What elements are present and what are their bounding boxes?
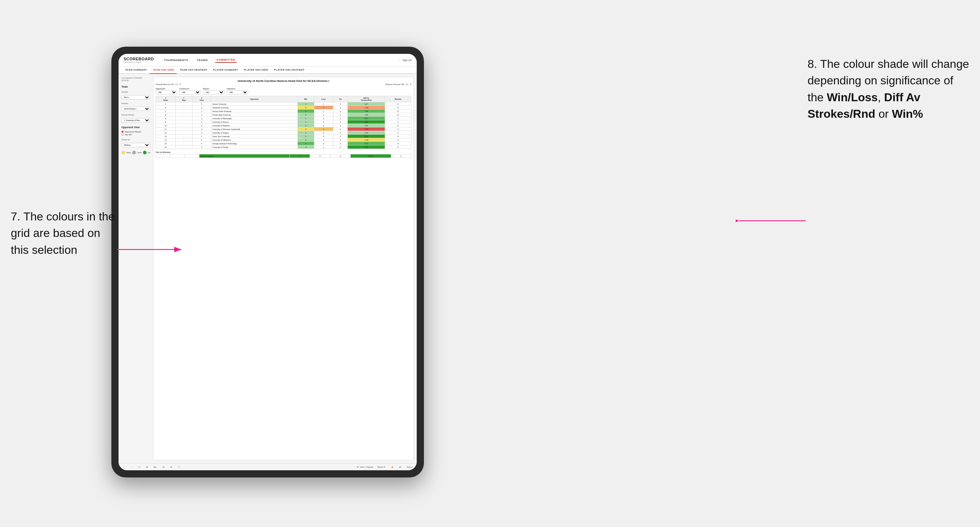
toolbar-grid-add[interactable]: ⊞ — [145, 465, 150, 469]
colour-legend: Down Level Up — [121, 151, 150, 154]
out-of-division-table: NCAA Division II 1 0 0 26.00 3 — [156, 154, 411, 158]
cell-conf: 1 — [192, 110, 211, 113]
toolbar-minus[interactable]: ⊟ — [161, 465, 166, 469]
cell-tie: 0 — [333, 102, 347, 106]
toolbar-reset[interactable]: ↩ — [137, 465, 142, 469]
ood-opponent: NCAA Division II — [199, 154, 290, 158]
radio-opponents-played[interactable]: Opponents Played — [121, 131, 150, 133]
toolbar-redo[interactable]: → — [129, 465, 134, 469]
cell-tie: 0 — [333, 117, 347, 120]
col-rounds: Rounds — [385, 96, 411, 102]
table-row: 4 - 1 Arizona State University 5 1 0 2.2… — [156, 110, 411, 113]
opponents-filter-select[interactable]: (All) — [156, 90, 177, 94]
toolbar-share[interactable]: Share — [405, 465, 414, 469]
tab-player-summary[interactable]: PLAYER SUMMARY — [210, 67, 241, 74]
cell-conf: 4 — [192, 142, 211, 145]
division-select[interactable]: NCAA Division I — [121, 106, 150, 111]
col-rank: #Rank — [156, 96, 176, 102]
cell-opponent: Arizona State University — [211, 110, 298, 113]
toolbar-thumbsup[interactable]: 👍 — [390, 465, 395, 469]
cell-win: 3 — [298, 145, 314, 149]
cell-opponent: Vanderbilt University — [211, 106, 298, 110]
ood-rank — [156, 154, 170, 158]
gender-select[interactable]: Men's — [121, 95, 150, 100]
conference-filter-label: Conference — [179, 87, 201, 90]
cell-win: 2 — [298, 138, 314, 142]
col-opponent: Opponent — [211, 96, 298, 102]
cell-tie: 0 — [333, 110, 347, 113]
cell-tie: 0 — [333, 142, 347, 145]
tab-team-summary[interactable]: TEAM SUMMARY — [122, 67, 150, 74]
cell-rounds: 9 — [385, 138, 411, 142]
bold-winloss: Win/Loss — [827, 91, 878, 104]
grid-title: University of North Carolina Head-to-Hea… — [156, 79, 411, 83]
col-diff: Diff AvStrokes/Rnd — [348, 96, 385, 102]
toolbar-circle-plus[interactable]: ⊕ — [169, 465, 173, 469]
table-row: 15 - 4 Georgia Institute of Technology 5… — [156, 142, 411, 145]
cell-diff: 3.67 — [348, 117, 385, 120]
cell-rank: 10 — [156, 124, 176, 127]
nav-committee[interactable]: COMMITTEE — [215, 57, 237, 63]
cell-opponent: University of Oklahoma — [211, 138, 298, 142]
cell-loss: 1 — [314, 145, 333, 149]
division-record: Division Record: 88 - 17 - 0 — [385, 83, 411, 86]
sub-nav: TEAM SUMMARY TEAM H2H GRID TEAM H2H HEAT… — [119, 67, 417, 74]
cell-opponent: University of Alabama — [211, 124, 298, 127]
colour-by-select[interactable]: Win/loss — [121, 143, 150, 147]
conference-filter-select[interactable]: (All) — [179, 90, 201, 94]
cell-reg: - — [175, 135, 192, 138]
cell-opponent: Georgia Institute of Technology — [211, 142, 298, 145]
cell-win: 3 — [298, 124, 314, 127]
toolbar-clock[interactable]: 🕐 — [177, 465, 182, 469]
cell-conf: 2 — [192, 113, 211, 117]
tab-player-h2h-heatmap[interactable]: PLAYER H2H HEATMAP — [271, 67, 307, 74]
cell-diff: 5.56 — [348, 135, 385, 138]
cell-rank: 11 — [156, 127, 176, 131]
cell-rank: 2 — [156, 102, 176, 106]
cell-tie: 0 — [333, 127, 347, 131]
tab-team-h2h-heatmap[interactable]: TEAM H2H HEATMAP — [177, 67, 210, 74]
cell-reg: - — [175, 127, 192, 131]
cell-reg: - — [175, 106, 192, 110]
cell-conf: 6 — [192, 127, 211, 131]
cell-reg: - — [175, 142, 192, 145]
cell-win: 1 — [298, 131, 314, 135]
toolbar-grid-plus[interactable]: ⊞+ — [152, 465, 158, 469]
school-select[interactable]: 1. University of Nort... — [121, 118, 150, 122]
toolbar-watch[interactable]: Watch ▾ — [376, 465, 387, 469]
school-label: School (Rank) — [121, 114, 150, 116]
toolbar-undo[interactable]: ← — [121, 465, 126, 469]
nav-tournaments[interactable]: TOURNAMENTS — [162, 58, 190, 62]
toolbar-grid-icon[interactable]: ⊞ — [398, 465, 402, 469]
col-reg: #Reg — [175, 96, 192, 102]
region-filter: Region (All) — [203, 87, 224, 94]
arrow-right-svg — [736, 212, 808, 230]
eye-icon: 👁 — [357, 466, 359, 468]
opponents-filter: Opponents: (All) — [156, 87, 177, 94]
cell-rounds: 3 — [385, 131, 411, 135]
cell-tie: 0 — [333, 113, 347, 117]
opponent-view-radio-group: Opponents Played Top 100 — [121, 131, 150, 136]
cell-rank: 6 — [156, 113, 176, 117]
opponent-filter-select[interactable]: (All) — [227, 90, 248, 94]
sign-out-button[interactable]: Sign out — [399, 59, 412, 61]
colour-dot-level — [132, 151, 136, 154]
cell-loss: 0 — [314, 135, 333, 138]
cell-rank: 9 — [156, 120, 176, 124]
radio-top100[interactable]: Top 100 — [121, 133, 150, 136]
annotation-right: 8. The colour shade will change dependin… — [808, 56, 969, 122]
cell-reg: - — [175, 138, 192, 142]
cell-loss: 1 — [314, 138, 333, 142]
cell-conf: 1 — [192, 120, 211, 124]
opponents-filter-label: Opponents: — [156, 87, 177, 90]
h2h-table: #Rank #Reg #Conf Opponent Win Loss Tie D… — [156, 96, 411, 149]
cell-rank: 4 — [156, 110, 176, 113]
cell-rounds: 9 — [385, 142, 411, 145]
tab-team-h2h-grid[interactable]: TEAM H2H GRID — [150, 67, 177, 74]
region-filter-select[interactable]: (All) — [203, 90, 224, 94]
col-tie: Tie — [333, 96, 347, 102]
cell-diff: 2.33 — [348, 131, 385, 135]
tab-player-h2h-grid[interactable]: PLAYER H2H GRID — [241, 67, 271, 74]
cell-conf: 2 — [192, 106, 211, 110]
nav-teams[interactable]: TEAMS — [196, 58, 210, 62]
